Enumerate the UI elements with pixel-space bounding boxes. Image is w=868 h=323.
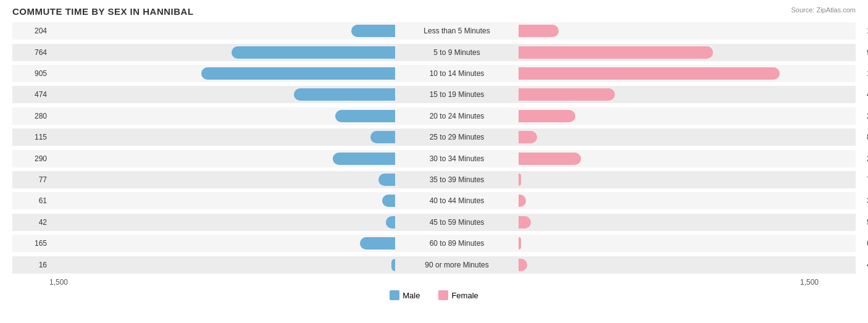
female-bar: [519, 174, 521, 186]
male-bar: [360, 237, 395, 250]
bar-row: 290 30 to 34 Minutes 290: [12, 150, 856, 167]
male-bar-area: [49, 131, 395, 143]
female-bar-area: [519, 67, 864, 80]
female-bar-area: [519, 25, 864, 37]
male-value: 16: [12, 261, 49, 269]
bar-row: 764 5 to 9 Minutes 910: [12, 44, 856, 61]
male-value: 77: [12, 175, 49, 184]
female-bar: [519, 25, 559, 37]
male-bar: [382, 195, 395, 207]
male-value: 290: [12, 154, 49, 163]
female-bar-area: [519, 174, 864, 186]
legend-female-box: [438, 290, 448, 300]
female-bar: [519, 153, 581, 165]
male-bar: [386, 216, 395, 229]
male-value: 61: [12, 196, 49, 205]
bar-row: 474 15 to 19 Minutes 449: [12, 86, 856, 103]
legend-female: Female: [438, 290, 478, 300]
row-label: 20 to 24 Minutes: [395, 112, 519, 120]
row-label: 40 to 44 Minutes: [395, 196, 519, 205]
female-bar-area: [519, 88, 864, 101]
female-bar: [519, 195, 526, 207]
bar-row: 165 60 to 89 Minutes 6: [12, 235, 856, 252]
male-bar: [335, 110, 395, 122]
female-bar: [519, 131, 537, 143]
female-value: 35: [864, 196, 868, 205]
female-value: 6: [864, 239, 868, 248]
female-value: 40: [864, 261, 868, 269]
row-label: 30 to 34 Minutes: [395, 154, 519, 163]
female-bar-area: [519, 216, 864, 229]
male-bar-area: [49, 110, 395, 122]
legend-male-label: Male: [403, 291, 420, 300]
chart-container: COMMUTE TIME BY SEX IN HANNIBAL Source: …: [0, 0, 868, 323]
male-bar-area: [49, 195, 395, 207]
axis-right: 1,500: [800, 278, 819, 287]
female-bar-area: [519, 46, 864, 59]
female-bar: [519, 237, 521, 250]
male-bar: [378, 174, 395, 186]
male-bar: [333, 153, 395, 165]
female-bar: [519, 88, 615, 101]
row-label: 15 to 19 Minutes: [395, 90, 519, 99]
female-value: 290: [864, 154, 868, 163]
bars-area: 204 Less than 5 Minutes 187 764 5 to 9 M…: [12, 20, 856, 275]
female-bar-area: [519, 259, 864, 271]
male-bar-area: [49, 174, 395, 186]
male-value: 115: [12, 133, 49, 141]
axis-row: 1,500 1,500: [12, 275, 856, 289]
female-bar-area: [519, 195, 864, 207]
male-bar: [294, 88, 395, 101]
female-bar: [519, 46, 713, 59]
male-bar-area: [49, 153, 395, 165]
axis-left: 1,500: [49, 278, 68, 287]
row-label: 45 to 59 Minutes: [395, 218, 519, 227]
female-bar: [519, 216, 531, 229]
row-label: 35 to 39 Minutes: [395, 175, 519, 184]
bar-row: 280 20 to 24 Minutes 265: [12, 107, 856, 125]
male-bar: [201, 67, 395, 80]
male-value: 474: [12, 90, 49, 99]
row-label: 25 to 29 Minutes: [395, 133, 519, 141]
row-label: 90 or more Minutes: [395, 261, 519, 269]
male-bar-area: [49, 237, 395, 250]
male-value: 42: [12, 218, 49, 227]
bar-row: 115 25 to 29 Minutes 86: [12, 128, 856, 146]
row-label: 10 to 14 Minutes: [395, 69, 519, 78]
legend-female-label: Female: [451, 291, 478, 300]
bar-row: 905 10 to 14 Minutes 1,219: [12, 65, 856, 82]
male-bar: [232, 46, 395, 59]
male-value: 204: [12, 27, 49, 35]
female-value: 187: [864, 27, 868, 35]
legend-male-box: [390, 290, 399, 300]
legend: Male Female: [12, 290, 856, 300]
female-value: 7: [864, 175, 868, 184]
chart-title: COMMUTE TIME BY SEX IN HANNIBAL: [12, 6, 856, 17]
female-bar-area: [519, 131, 864, 143]
source-label: Source: ZipAtlas.com: [791, 6, 856, 14]
female-bar-area: [519, 153, 864, 165]
female-bar: [519, 110, 575, 122]
bar-row: 204 Less than 5 Minutes 187: [12, 22, 856, 40]
female-value: 86: [864, 133, 868, 141]
legend-male: Male: [390, 290, 420, 300]
female-value: 265: [864, 112, 868, 120]
female-value: 1,219: [864, 69, 868, 78]
female-bar: [519, 67, 780, 80]
female-value: 910: [864, 48, 868, 57]
male-bar-area: [49, 216, 395, 229]
male-value: 905: [12, 69, 49, 78]
male-bar-area: [49, 67, 395, 80]
bar-row: 61 40 to 44 Minutes 35: [12, 192, 856, 209]
row-label: 60 to 89 Minutes: [395, 239, 519, 248]
male-value: 764: [12, 48, 49, 57]
row-label: Less than 5 Minutes: [395, 27, 519, 35]
female-bar: [519, 259, 527, 271]
male-bar: [370, 131, 395, 143]
female-value: 449: [864, 90, 868, 99]
female-value: 58: [864, 218, 868, 227]
male-bar-area: [49, 25, 395, 37]
male-value: 280: [12, 112, 49, 120]
female-bar-area: [519, 237, 864, 250]
male-bar-area: [49, 88, 395, 101]
